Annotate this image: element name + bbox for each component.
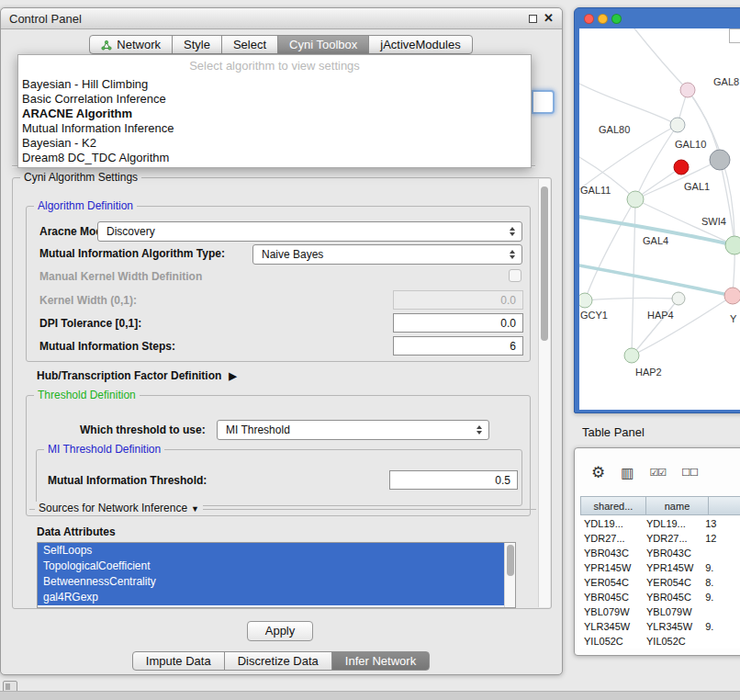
tab-network[interactable]: Network	[89, 35, 173, 54]
attribute-item-gal4rgexp[interactable]: gal4RGexp	[38, 590, 504, 605]
column-header-col2[interactable]	[709, 496, 740, 515]
mi-threshold-field[interactable]: 0.5	[389, 470, 518, 490]
table-row[interactable]: YBL079WYBL079W	[580, 604, 740, 619]
tab-discretize-data[interactable]: Discretize Data	[224, 651, 332, 671]
network-node[interactable]	[680, 83, 695, 97]
table-row[interactable]: YLR345WYLR345W9.	[580, 619, 740, 634]
column-header-name[interactable]: name	[646, 496, 709, 515]
attribute-item-selfloops[interactable]: SelfLoops	[38, 543, 504, 559]
algorithm-combobox-fragment[interactable]	[532, 90, 555, 114]
table-cell: YER054C	[580, 575, 643, 590]
deselect-all-icon[interactable]: ☐☐	[681, 467, 698, 479]
network-node[interactable]	[627, 191, 644, 208]
column-browser-icon[interactable]: ▥	[621, 465, 633, 481]
select-all-icon[interactable]: ☑☑	[649, 467, 666, 479]
table-row[interactable]: YER054CYER054C8.	[580, 575, 740, 590]
attributes-scrollbar[interactable]	[504, 543, 515, 607]
table-row[interactable]: YBR045CYBR045C9.	[580, 590, 740, 604]
tab-label: Style	[184, 38, 210, 51]
hub-definition-toggle[interactable]: Hub/Transcription Factor Definition▶	[37, 369, 237, 382]
network-edge[interactable]	[632, 299, 678, 356]
minimize-traffic-light[interactable]	[598, 14, 608, 24]
sources-title-label: Sources for Network Inference	[39, 502, 187, 514]
network-edge[interactable]	[632, 296, 733, 356]
close-traffic-light[interactable]	[584, 14, 594, 24]
attribute-item-topologicalcoefficient[interactable]: TopologicalCoefficient	[38, 559, 504, 574]
manual-kernel-checkbox[interactable]	[509, 269, 521, 282]
table-cell: 12	[701, 531, 740, 546]
network-node[interactable]	[672, 292, 685, 305]
scrollbar-thumb[interactable]	[507, 545, 514, 576]
network-node[interactable]	[725, 236, 740, 254]
tab-select[interactable]: Select	[221, 35, 278, 54]
float-window-icon[interactable]	[529, 15, 537, 23]
table-panel-title: Table Panel	[582, 425, 645, 439]
tab-infer-network[interactable]: Infer Network	[331, 651, 430, 671]
network-edge[interactable]	[579, 84, 678, 125]
network-node[interactable]	[724, 288, 740, 304]
table-row[interactable]: YDR27...YDR27...12	[580, 531, 740, 546]
control-panel-titlebar[interactable]: Control Panel ✕	[1, 8, 562, 29]
table-cell: YBR045C	[580, 590, 643, 604]
stepper-icon	[505, 250, 519, 259]
algorithm-option-bayesian-hill-climbing[interactable]: Bayesian - Hill Climbing	[18, 77, 531, 92]
network-corner-widget[interactable]	[729, 28, 740, 43]
algorithm-option-mutual-information-inference[interactable]: Mutual Information Inference	[18, 121, 531, 136]
algorithm-option-bayesian-k2[interactable]: Bayesian - K2	[18, 136, 531, 151]
attribute-item-betweennesscentrality[interactable]: BetweennessCentrality	[38, 574, 504, 590]
scrollbar-thumb[interactable]	[541, 186, 548, 341]
algorithm-option-aracne-algorithm[interactable]: ARACNE Algorithm	[18, 107, 531, 121]
algorithm-option-dream8-dc-tdc-algorithm[interactable]: Dream8 DC_TDC Algorithm	[18, 151, 531, 165]
network-node[interactable]	[674, 160, 689, 175]
table-cell: YBR043C	[643, 546, 701, 560]
network-canvas-area[interactable]: GAL8GAL80GAL10GAL11GAL1SWI4GAL4GCY1HAP4Y…	[579, 28, 740, 410]
mi-type-select[interactable]: Naive Bayes	[252, 244, 522, 265]
network-node[interactable]	[710, 150, 730, 170]
tab-bar: NetworkStyleSelectCyni ToolboxjActiveMod…	[1, 35, 562, 54]
network-node[interactable]	[579, 293, 592, 308]
table-row[interactable]: YBR043CYBR043C	[580, 546, 740, 560]
network-node[interactable]	[670, 118, 685, 132]
tab-style[interactable]: Style	[172, 35, 222, 54]
dpi-tolerance-field[interactable]: 0.0	[393, 313, 523, 333]
table-cell: 9.	[701, 590, 740, 604]
table-toolbar: ⚙▥☑☑☐☐	[591, 463, 698, 482]
network-edge[interactable]	[634, 28, 688, 90]
sources-group: Sources for Network Inference▼	[29, 509, 536, 511]
node-label-swi4: SWI4	[701, 216, 726, 227]
which-threshold-label: Which threshold to use:	[80, 423, 206, 436]
tab-impute-data[interactable]: Impute Data	[132, 651, 225, 671]
table-row[interactable]: YDL19...YDL19...13	[580, 516, 740, 531]
settings-gear-icon[interactable]: ⚙	[591, 463, 605, 482]
node-label-gal11: GAL11	[580, 185, 611, 196]
group-title: Cyni Algorithm Settings	[20, 171, 141, 184]
tab-label: jActiveModules	[380, 38, 460, 51]
table-row[interactable]: YPR145WYPR145W9.	[580, 560, 740, 575]
network-edge[interactable]	[585, 199, 635, 300]
table-cell: YDR27...	[580, 531, 643, 546]
node-label-gal8: GAL8	[713, 76, 739, 87]
settings-scrollbar[interactable]	[538, 179, 550, 607]
data-attributes-list[interactable]: SelfLoopsTopologicalCoefficientBetweenne…	[37, 542, 516, 608]
which-threshold-select[interactable]: MI Threshold	[217, 420, 489, 440]
network-edge[interactable]	[585, 298, 678, 300]
table-row[interactable]: YIL052CYIL052C	[580, 634, 740, 649]
column-header-shared[interactable]: shared...	[580, 496, 646, 515]
close-icon[interactable]: ✕	[544, 11, 554, 25]
control-panel-window: Control Panel ✕ NetworkStyleSelectCyni T…	[0, 7, 563, 675]
mi-steps-field[interactable]: 6	[393, 336, 523, 356]
table-cell: YPR145W	[580, 560, 643, 575]
algorithm-option-basic-correlation-inference[interactable]: Basic Correlation Inference	[18, 92, 531, 107]
tab-cyni-toolbox[interactable]: Cyni Toolbox	[277, 35, 369, 54]
sources-title[interactable]: Sources for Network Inference▼	[35, 502, 203, 514]
network-node[interactable]	[624, 348, 639, 363]
network-edge[interactable]	[635, 125, 678, 199]
threshold-definition-group: Threshold Definition Which threshold to …	[26, 395, 531, 516]
table-cell: 13	[701, 516, 740, 531]
network-edge[interactable]	[579, 265, 733, 296]
aracne-mode-select[interactable]: Discovery	[97, 221, 522, 242]
apply-button[interactable]: Apply	[247, 621, 313, 641]
data-attributes-label: Data Attributes	[37, 525, 116, 538]
zoom-traffic-light[interactable]	[611, 14, 622, 24]
tab-jactivemodules[interactable]: jActiveModules	[368, 35, 472, 54]
